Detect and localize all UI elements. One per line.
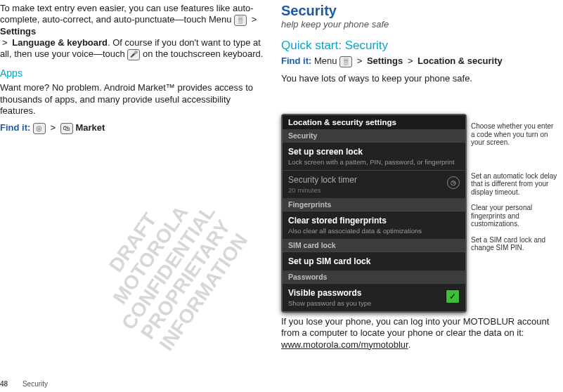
item-clear-fp-title: Clear stored fingerprints	[288, 216, 460, 226]
item-clear-fp[interactable]: Clear stored fingerprints Also clear all…	[283, 211, 465, 239]
item-sim-lock[interactable]: Set up SIM card lock	[283, 251, 465, 270]
intro-text-3: on the touchscreen keyboard.	[143, 48, 263, 59]
item-sim-lock-title: Set up SIM card lock	[288, 256, 460, 266]
launcher-icon	[33, 123, 46, 134]
apps-body: Want more? No problem. Android Market™ p…	[0, 82, 266, 117]
quickstart-heading: Quick start: Security	[281, 39, 554, 53]
phone-title: Location & security settings	[283, 115, 465, 129]
phone-mockup: Location & security settings Security Se…	[281, 114, 467, 313]
item-lock-timer[interactable]: ◷ Security lock timer 20 minutes	[283, 170, 465, 198]
intro-paragraph: To make text entry even easier, you can …	[0, 3, 266, 60]
after-phone-text: If you lose your phone, you can log into…	[281, 316, 554, 351]
market-icon	[60, 123, 73, 134]
callouts: Choose whether you enter a code when you…	[471, 114, 559, 260]
security-heading: Security	[281, 3, 554, 19]
gt4: >	[357, 55, 363, 66]
watermark-l1: DRAFT	[72, 162, 194, 324]
section-security: Security	[283, 129, 465, 142]
security-subtitle: help keep your phone safe	[281, 19, 554, 30]
lang-kb-label: Language & keyboard	[12, 37, 108, 48]
callout-fingerprints: Clear your personal fingerprints and cus…	[471, 204, 559, 228]
callout-timer: Set an automatic lock delay that is diff…	[471, 172, 559, 197]
clock-icon: ◷	[447, 176, 460, 189]
checkbox-icon[interactable]: ✓	[446, 289, 460, 303]
apps-heading: Apps	[0, 67, 266, 80]
gt2: >	[2, 37, 8, 48]
item-visible-pw-title: Visible passwords	[288, 288, 460, 298]
watermark-l2: MOTOROLA CONFIDENTIAL	[90, 174, 231, 348]
item-lock-timer-sub: 20 minutes	[288, 186, 460, 194]
motoblur-url[interactable]: www.motorola.com/mymotoblur	[281, 339, 408, 350]
market-label: Market	[75, 122, 105, 133]
findit-label: Find it:	[0, 122, 30, 133]
after-text: If you lose your phone, you can log into…	[281, 316, 549, 338]
menu-icon-r	[339, 56, 352, 67]
footer-section: Security	[22, 380, 48, 388]
gt3: >	[51, 122, 56, 133]
lots-text: You have lots of ways to keep your phone…	[281, 73, 554, 84]
item-lock-timer-title: Security lock timer	[288, 175, 460, 185]
section-sim: SIM card lock	[283, 239, 465, 251]
item-screen-lock[interactable]: Set up screen lock Lock screen with a pa…	[283, 142, 465, 170]
microphone-icon	[127, 49, 140, 60]
menu-icon	[234, 15, 247, 26]
settings-r: Settings	[367, 55, 403, 66]
item-visible-pw-sub: Show password as you type	[288, 299, 460, 307]
gt5: >	[408, 55, 413, 66]
menu-word: Menu	[314, 55, 337, 66]
callout-screenlock: Choose whether you enter a code when you…	[471, 122, 559, 147]
item-visible-pw[interactable]: ✓ Visible passwords Show password as you…	[283, 283, 465, 311]
findit-row-right: Find it: Menu > Settings > Location & se…	[281, 55, 554, 67]
callout-simlock: Set a SIM card lock and change SIM PIN.	[471, 236, 559, 252]
item-clear-fp-sub: Also clear all associated data & optimiz…	[288, 227, 460, 235]
findit-row-left: Find it: > Market	[0, 122, 266, 134]
settings-label: Settings	[0, 26, 36, 37]
watermark: DRAFT MOTOROLA CONFIDENTIAL PROPRIETARY …	[72, 162, 265, 373]
findit-label-r: Find it:	[281, 55, 311, 66]
watermark-l3: PROPRIETARY INFORMATION	[125, 199, 266, 373]
item-screen-lock-sub: Lock screen with a pattern, PIN, passwor…	[288, 158, 460, 166]
footer: 48 Security	[0, 380, 48, 388]
gt: >	[252, 14, 257, 25]
section-fingerprints: Fingerprints	[283, 198, 465, 211]
intro-text-1: To make text entry even easier, you can …	[0, 3, 254, 25]
locsec-r: Location & security	[418, 55, 503, 66]
page-number: 48	[0, 380, 8, 388]
item-screen-lock-title: Set up screen lock	[288, 147, 460, 157]
section-passwords: Passwords	[283, 270, 465, 283]
